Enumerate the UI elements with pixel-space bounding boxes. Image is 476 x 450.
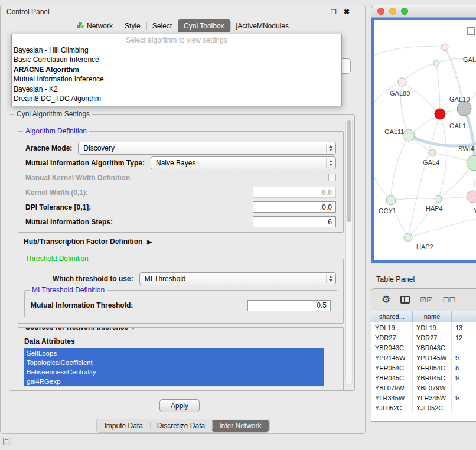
mi-type-row: Mutual Information Algorithm Type: Naive… xyxy=(18,155,343,170)
table-row[interactable]: YER054CYER054C8. xyxy=(371,363,476,373)
node-label: Y xyxy=(474,207,476,214)
table-header: shared...name xyxy=(371,311,476,322)
network-node[interactable] xyxy=(441,44,448,51)
table-cell: YBR043C xyxy=(413,343,452,353)
column-header[interactable]: shared... xyxy=(371,311,413,322)
dpi-tolerance-field[interactable]: 0.0 xyxy=(253,201,336,213)
attribute-list-item[interactable]: BetweennessCentrality xyxy=(24,367,324,377)
settings-gear-icon[interactable]: ⚙ xyxy=(382,294,390,306)
network-edge[interactable] xyxy=(391,200,408,237)
network-window-titlebar[interactable] xyxy=(371,5,476,18)
network-node[interactable] xyxy=(435,195,442,203)
mi-type-select[interactable]: Naive Bayes xyxy=(151,156,336,169)
minimized-panel-icon[interactable] xyxy=(3,438,11,445)
table-row[interactable]: YBL079WYBL079W xyxy=(371,383,476,393)
combo-arrows-icon xyxy=(326,144,334,153)
algorithm-option[interactable]: ARACNE Algorithm xyxy=(12,65,341,74)
manual-kernel-checkbox[interactable] xyxy=(328,174,336,181)
minimize-traffic-light-icon[interactable] xyxy=(389,8,396,15)
attribute-list-item[interactable]: TopologicalCoefficient xyxy=(24,358,324,367)
network-edge[interactable] xyxy=(438,114,446,199)
table-cell: YDR27... xyxy=(371,332,413,343)
close-icon[interactable]: ✖ xyxy=(344,8,350,16)
birdseye-box[interactable] xyxy=(467,27,475,35)
network-edge[interactable] xyxy=(402,63,436,82)
network-edge[interactable] xyxy=(391,198,438,200)
tab-label: Network xyxy=(87,22,113,30)
tab-network[interactable]: Network xyxy=(71,19,119,32)
column-header[interactable]: name xyxy=(413,311,452,322)
float-window-icon[interactable]: ❐ xyxy=(331,8,337,16)
table-row[interactable]: YPR145WYPR145W9. xyxy=(371,353,476,363)
algorithm-option[interactable]: Bayesian - K2 xyxy=(12,84,341,94)
table-cell: YER054C xyxy=(413,363,452,373)
tab-style[interactable]: Style xyxy=(119,19,146,32)
data-attributes-label: Data Attributes xyxy=(24,337,343,345)
table-row[interactable]: YBR043CYBR043C xyxy=(371,343,476,353)
attribute-list-hscrollbar[interactable] xyxy=(24,386,324,390)
dpi-tolerance-label: DPI Tolerance [0,1]: xyxy=(25,203,91,211)
control-panel-window: Control Panel ❐ ✖ NetworkStyleSelectCyni… xyxy=(0,5,366,434)
sources-group-title[interactable]: Sources for Network Inference ▼ xyxy=(23,327,138,331)
network-edge[interactable] xyxy=(374,47,445,56)
algorithm-option[interactable]: Basic Correlation Inference xyxy=(12,55,341,64)
network-node[interactable] xyxy=(386,195,396,205)
table-cell xyxy=(452,343,476,353)
bottom-tab-impute-data[interactable]: Impute Data xyxy=(97,420,149,432)
network-node[interactable] xyxy=(398,78,406,86)
algorithm-dropdown-popup: Select algorithm to view settings Bayesi… xyxy=(11,34,342,106)
network-edge[interactable] xyxy=(436,63,440,114)
table-cell: 13 xyxy=(452,322,476,332)
close-traffic-light-icon[interactable] xyxy=(377,8,384,15)
network-node[interactable] xyxy=(457,102,471,116)
table-row[interactable]: YBR045CYBR045C9. xyxy=(371,373,476,383)
dpi-tolerance-row: DPI Tolerance [0,1]: 0.0 xyxy=(18,200,343,214)
node-label: GAL11 xyxy=(384,128,404,135)
mi-steps-field[interactable]: 6 xyxy=(253,216,336,227)
column-header[interactable] xyxy=(452,311,476,322)
settings-group-title: Cyni Algorithm Settings xyxy=(14,110,92,118)
aracne-mode-select[interactable]: Discovery xyxy=(78,142,336,155)
settings-scrollbar[interactable] xyxy=(345,118,353,385)
hub-tf-section-header[interactable]: Hub/Transcription Factor Definition ▶ xyxy=(24,237,152,246)
network-node[interactable] xyxy=(403,129,415,141)
algorithm-option[interactable]: Dream8 DC_TDC Algorithm xyxy=(12,94,341,103)
column-selector-icon[interactable] xyxy=(400,296,410,304)
attribute-list-item[interactable]: SelfLoops xyxy=(24,348,324,358)
network-node[interactable] xyxy=(429,149,436,156)
network-edge[interactable] xyxy=(409,135,476,146)
network-node[interactable] xyxy=(435,109,445,119)
bottom-tab-infer-network[interactable]: Infer Network xyxy=(212,420,268,432)
table-row[interactable]: YJL052CYJL052C xyxy=(371,403,476,413)
tab-jactivemnodules[interactable]: jActiveMNodules xyxy=(230,19,295,32)
which-threshold-select[interactable]: MI Threshold xyxy=(139,272,336,285)
kernel-width-field[interactable]: 0.0 xyxy=(253,187,336,198)
mi-threshold-field[interactable]: 0.5 xyxy=(247,300,331,311)
aracne-mode-label: Aracne Mode: xyxy=(25,144,72,152)
table-row[interactable]: YLR345WYLR345W9. xyxy=(371,393,476,403)
unselect-columns-icon[interactable]: ☐☐ xyxy=(443,296,456,304)
apply-button[interactable]: Apply xyxy=(159,399,200,412)
network-edge[interactable] xyxy=(391,135,409,200)
network-node[interactable] xyxy=(433,60,439,66)
tab-select[interactable]: Select xyxy=(146,19,178,32)
zoom-traffic-light-icon[interactable] xyxy=(401,8,408,15)
tab-cyni-toolbox[interactable]: Cyni Toolbox xyxy=(178,19,230,32)
table-row[interactable]: YDR27...YDR27...12 xyxy=(371,332,476,343)
network-node[interactable] xyxy=(467,155,476,171)
algorithm-option[interactable]: Bayesian - Hill Climbing xyxy=(12,45,341,55)
network-edge[interactable] xyxy=(464,109,474,163)
network-canvas[interactable]: GAL80GAL10GAL11GAL1SWI4GAL4GCY1HAP4HAP2G… xyxy=(371,18,476,263)
node-label: GAL4 xyxy=(423,159,439,166)
attribute-list-item[interactable]: gal4RGexp xyxy=(24,377,324,386)
bottom-tab-discretize-data[interactable]: Discretize Data xyxy=(150,420,212,432)
mi-threshold-group: MI Threshold Definition Mutual Informati… xyxy=(24,290,337,317)
table-rows: YDL19...YDL19...13YDR27...YDR27...12YBR0… xyxy=(371,322,476,422)
select-columns-icon[interactable]: ☑☑ xyxy=(420,296,433,304)
table-row[interactable]: YDL19...YDL19...13 xyxy=(371,322,476,332)
settings-scrollbar-thumb[interactable] xyxy=(347,120,351,222)
network-edge[interactable] xyxy=(402,82,440,114)
network-node[interactable] xyxy=(404,233,412,242)
algorithm-option[interactable]: Mutual Information Inference xyxy=(12,74,341,84)
network-node[interactable] xyxy=(467,191,476,203)
